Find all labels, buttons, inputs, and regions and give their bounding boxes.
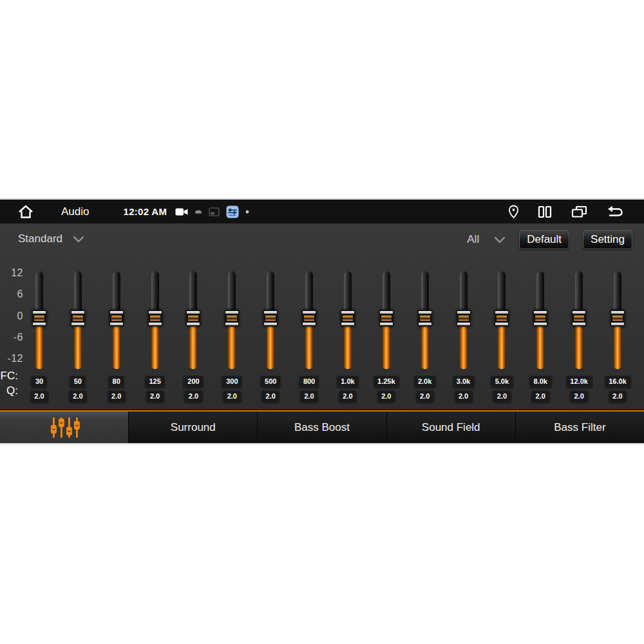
handle-stripe <box>73 316 83 321</box>
handle-cap-bottom <box>534 323 547 325</box>
tab-equalizer[interactable] <box>0 412 128 443</box>
slider-handle[interactable] <box>457 310 471 327</box>
gain-slider[interactable] <box>186 271 200 369</box>
band-fc-value[interactable]: 8.0k <box>530 375 551 388</box>
band-fc-value[interactable]: 800 <box>299 375 319 388</box>
band-fc-value[interactable]: 500 <box>261 375 280 388</box>
split-screen-button[interactable] <box>538 205 552 219</box>
band-fc-value[interactable]: 2.0k <box>414 375 435 388</box>
slider-handle[interactable] <box>611 310 625 327</box>
band-q-value[interactable]: 2.0 <box>570 390 587 402</box>
gain-slider[interactable] <box>32 271 46 369</box>
slider-handle[interactable] <box>418 310 432 327</box>
default-button[interactable]: Default <box>519 230 569 249</box>
band-q-value[interactable]: 2.0 <box>300 390 317 402</box>
handle-cap-bottom <box>303 323 316 325</box>
band-fc-value[interactable]: 1.25k <box>374 375 399 388</box>
slider-handle[interactable] <box>148 310 162 327</box>
slider-handle[interactable] <box>302 310 316 327</box>
slider-handle[interactable] <box>495 310 509 327</box>
band-fc-value[interactable]: 30 <box>32 375 47 388</box>
handle-stripe <box>574 316 584 321</box>
tab-label: Bass Boost <box>294 421 350 434</box>
recent-apps-button[interactable] <box>571 205 588 219</box>
gain-slider[interactable] <box>148 271 162 369</box>
band-q-value[interactable]: 2.0 <box>493 390 511 402</box>
equalizer-panel: Standard All Default Setting 1260-6-12 F… <box>0 223 644 410</box>
band-q-value[interactable]: 2.0 <box>262 390 279 402</box>
gain-slider[interactable] <box>495 271 509 369</box>
channel-select[interactable]: All <box>467 233 506 246</box>
clock: 12:02 AM <box>123 206 167 217</box>
slider-handle[interactable] <box>341 310 355 327</box>
handle-cap-top <box>33 311 46 314</box>
band-q-value[interactable]: 2.0 <box>108 390 125 402</box>
eq-band-125: 1252.0 <box>136 271 175 408</box>
setting-button[interactable]: Setting <box>583 230 632 249</box>
band-q-value[interactable]: 2.0 <box>223 390 241 402</box>
band-fc-value[interactable]: 1.0k <box>337 375 358 388</box>
gain-slider[interactable] <box>572 271 586 369</box>
tab-sound-field[interactable]: Sound Field <box>386 412 515 443</box>
slider-handle[interactable] <box>379 310 393 327</box>
slider-handle[interactable] <box>71 310 85 327</box>
band-q-value[interactable]: 2.0 <box>339 390 356 402</box>
slider-handle[interactable] <box>533 310 547 327</box>
slider-handle[interactable] <box>572 310 586 327</box>
home-button[interactable] <box>17 204 34 220</box>
home-icon <box>17 204 34 220</box>
preset-select[interactable]: Standard <box>18 232 84 245</box>
band-q-value[interactable]: 2.0 <box>455 390 472 402</box>
gain-slider[interactable] <box>533 271 547 369</box>
band-fc-value[interactable]: 200 <box>184 375 203 388</box>
handle-stripe <box>343 316 353 321</box>
handle-cap-bottom <box>33 323 46 325</box>
band-fc-value[interactable]: 300 <box>222 375 242 388</box>
slider-handle[interactable] <box>225 310 239 327</box>
gain-slider[interactable] <box>611 271 625 369</box>
gain-slider[interactable] <box>341 271 355 369</box>
location-button[interactable] <box>508 205 519 219</box>
slider-handle[interactable] <box>32 310 46 327</box>
band-q-value[interactable]: 2.0 <box>146 390 164 402</box>
band-q-value[interactable]: 2.0 <box>185 390 202 402</box>
band-q-value[interactable]: 2.0 <box>416 390 433 402</box>
handle-cap-bottom <box>110 323 123 325</box>
handle-stripe <box>304 316 314 321</box>
handle-cap-top <box>495 311 508 314</box>
band-q-value[interactable]: 2.0 <box>377 390 395 402</box>
slider-handle[interactable] <box>109 310 124 327</box>
band-q-value[interactable]: 2.0 <box>532 390 549 402</box>
band-fc-value[interactable]: 3.0k <box>453 375 474 388</box>
fc-row-label: FC: <box>0 370 18 383</box>
recent-apps-icon <box>571 205 588 219</box>
tab-surround[interactable]: Surround <box>128 412 257 443</box>
handle-stripe <box>111 316 122 321</box>
band-q-value[interactable]: 2.0 <box>69 390 86 402</box>
gain-slider[interactable] <box>379 271 393 369</box>
gain-slider[interactable] <box>225 271 239 369</box>
band-fc-value[interactable]: 16.0k <box>605 375 630 388</box>
band-fc-value[interactable]: 12.0k <box>566 375 592 388</box>
back-button[interactable] <box>607 205 624 218</box>
right-controls: All Default Setting <box>467 230 632 249</box>
gain-slider[interactable] <box>263 271 278 369</box>
gain-slider[interactable] <box>109 271 124 369</box>
slider-handle[interactable] <box>186 310 200 327</box>
gain-slider[interactable] <box>418 271 432 369</box>
status-icon-group <box>175 205 249 218</box>
gain-slider[interactable] <box>302 271 316 369</box>
band-q-value[interactable]: 2.0 <box>30 390 48 402</box>
band-q-value[interactable]: 2.0 <box>609 390 626 402</box>
gain-slider[interactable] <box>71 271 85 369</box>
band-fc-value[interactable]: 5.0k <box>491 375 513 388</box>
gain-slider[interactable] <box>457 271 471 369</box>
band-fc-value[interactable]: 80 <box>109 375 124 388</box>
band-fc-value[interactable]: 125 <box>145 375 164 388</box>
back-icon <box>607 205 624 218</box>
tab-bass-filter[interactable]: Bass Filter <box>515 412 644 443</box>
slider-handle[interactable] <box>263 310 278 327</box>
band-fc-value[interactable]: 50 <box>70 375 86 388</box>
eq-app-icon <box>226 205 239 218</box>
tab-bass-boost[interactable]: Bass Boost <box>257 412 386 443</box>
